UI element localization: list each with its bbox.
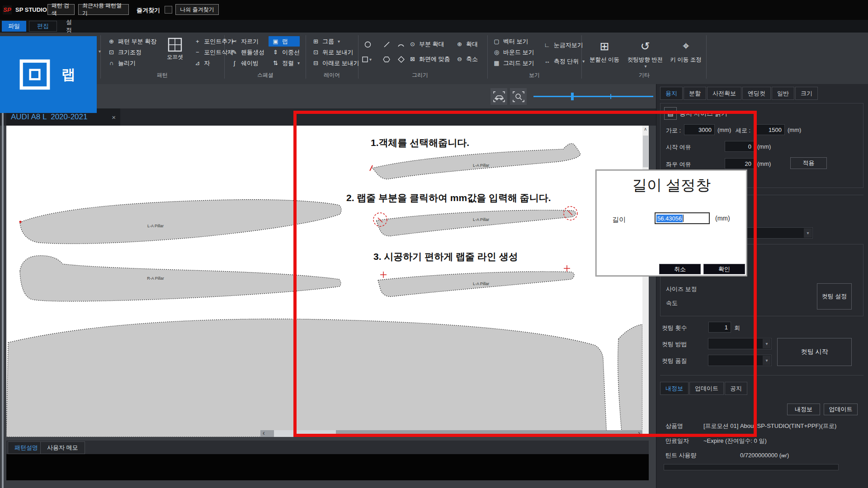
cutting-quality-dropdown[interactable]: ▾ xyxy=(708,355,772,366)
chevron-down-icon[interactable]: ▾ xyxy=(763,339,771,348)
tab-size[interactable]: 크기 xyxy=(795,87,818,100)
ribbon-item-measure-unit[interactable]: ↔측정 단위▾ xyxy=(543,56,585,66)
tab-ending-cut[interactable]: 엔딩컷 xyxy=(742,87,771,100)
hexagon-tool-icon[interactable] xyxy=(381,54,392,65)
ribbon-item-fit-screen[interactable]: ⊠화면에 맞춤 xyxy=(409,54,450,64)
cut-direction-reverse-icon: ↺ xyxy=(641,36,650,56)
ribbon-group-label-etc: 기타 xyxy=(583,71,705,79)
cutting-count-input[interactable]: 1 xyxy=(708,322,731,333)
circle-tool-icon[interactable] xyxy=(362,39,373,50)
ribbon-item-cut[interactable]: ✂자르기 xyxy=(231,36,264,47)
tab-general[interactable]: 일반 xyxy=(772,87,794,100)
fit-zoom-button[interactable] xyxy=(510,88,527,105)
rect-tool-icon[interactable]: ▾ xyxy=(361,54,373,65)
ribbon-item-double-line[interactable]: ⇕이중선 xyxy=(272,47,300,57)
horizontal-scrollbar-thumb[interactable] xyxy=(274,430,336,437)
tab-my-info[interactable]: 내정보 xyxy=(660,382,689,395)
pattern-search-button[interactable]: 패턴 검색 xyxy=(47,4,75,15)
apply-button[interactable]: 적용 xyxy=(790,157,827,169)
chevron-down-icon[interactable]: ▾ xyxy=(804,228,812,238)
cutting-method-dropdown[interactable]: ▾ xyxy=(708,338,772,349)
scroll-up-icon[interactable]: ∧ xyxy=(644,127,647,131)
expire-date-label: 만료일자 xyxy=(665,437,689,445)
tab-notice[interactable]: 공지 xyxy=(725,382,747,395)
tab-pre-reserve[interactable]: 사전확보 xyxy=(707,87,741,100)
ribbon-item-cut-direction-reverse[interactable]: ↺ 컷팅방향 반전 ▾ xyxy=(626,36,665,69)
scroll-left-icon[interactable]: ‹ xyxy=(263,430,265,436)
my-favorites-button[interactable]: 나의 즐겨찾기 xyxy=(175,4,219,15)
ribbon-item-zoom-out[interactable]: ⊖축소 xyxy=(456,54,478,64)
ribbon-item-key-move-adjust[interactable]: ⌖ 키 이동 조정 xyxy=(666,36,705,69)
scroll-right-icon[interactable]: › xyxy=(638,430,640,436)
offset-icon xyxy=(166,36,184,53)
pattern-description-area[interactable] xyxy=(6,454,649,480)
diamond-tool-icon[interactable] xyxy=(395,54,407,65)
ribbon-item-shaving[interactable]: ʃ쉐이빙 xyxy=(231,58,264,68)
ribbon-item-handle-create[interactable]: ✎핸들생성 xyxy=(231,47,264,57)
zoom-slider[interactable] xyxy=(533,96,653,97)
tab-pattern-description[interactable]: 패턴설명 xyxy=(8,441,45,454)
ribbon-item-ruler-view[interactable]: ∟눈금자보기 xyxy=(543,40,585,50)
info-tabs: 내정보 업데이트 공지 xyxy=(660,382,747,395)
ribbon-item-ruler[interactable]: ⊿자 xyxy=(193,58,233,68)
line-tool-icon[interactable] xyxy=(381,39,392,50)
ribbon-item-delete-point[interactable]: −포인트삭제 xyxy=(193,47,233,57)
tab-split[interactable]: 분할 xyxy=(684,87,706,100)
ribbon-item-pattern-expand[interactable]: ⊕패턴 부분 확장 xyxy=(108,36,156,47)
speed-label: 속도 xyxy=(666,299,678,307)
arc-tool-icon[interactable] xyxy=(395,39,407,50)
ribbon-group-pattern: ⊕패턴 부분 확장 ⊡크기조정 ∩늘리기 오프셋 +포인트추가 −포인트삭제 ⊿… xyxy=(108,36,233,68)
cutting-count-unit: 회 xyxy=(734,324,740,332)
tab-update[interactable]: 업데이트 xyxy=(689,382,724,395)
vertical-scrollbar-thumb[interactable] xyxy=(643,136,648,167)
ribbon-item-partial-zoom[interactable]: ⊙부분 확대 xyxy=(409,39,444,49)
ribbon-item-bound-view[interactable]: ◎바운드 보기 xyxy=(493,47,534,57)
ribbon-item-align[interactable]: ⇅정렬▾ xyxy=(272,58,300,68)
length-dialog: 길이 설정창 길이 56.43056 (mm) 취소 확인 xyxy=(596,170,747,276)
ribbon-group-label-special: 스페셜 xyxy=(227,71,304,79)
pattern-canvas[interactable]: 1.객체를 선택해줍니다. 2. 랩줄 부분을 클릭하여 mm값을 입력해 줍니… xyxy=(6,126,642,437)
close-icon[interactable]: × xyxy=(112,113,116,121)
chevron-down-icon[interactable]: ▾ xyxy=(763,356,771,365)
cutting-settings-button[interactable]: 컷팅 설정 xyxy=(817,283,852,310)
shape-label-ra-pillar-left: R-A Pillar xyxy=(147,276,164,281)
start-margin-input[interactable]: 0 xyxy=(725,141,755,152)
paper-size-read-button[interactable]: ▤ xyxy=(664,107,677,120)
ribbon-item-send-backward[interactable]: ⊟아래로 보내기 xyxy=(312,58,359,68)
ribbon-item-offset[interactable]: 오프셋 xyxy=(162,36,188,68)
left-splitter[interactable] xyxy=(2,113,4,488)
favorites-checkbox[interactable] xyxy=(165,6,172,14)
tab-paper[interactable]: 용지 xyxy=(660,87,683,100)
my-info-button[interactable]: 내정보 xyxy=(787,404,820,415)
ribbon-item-add-point[interactable]: +포인트추가 xyxy=(193,36,233,47)
side-margin-input[interactable]: 20 xyxy=(725,158,755,169)
ribbon-item-bring-forward[interactable]: ⊡위로 보내기 xyxy=(312,47,359,57)
ribbon-item-resize[interactable]: ⊡크기조정 xyxy=(108,47,156,57)
ribbon-item-wrap-active[interactable]: ▣랩 xyxy=(269,36,300,47)
ribbon-item-group[interactable]: ⊞그룹▾ xyxy=(312,36,359,47)
paper-height-input[interactable]: 1500 xyxy=(754,124,785,135)
ribbon-item-vector-view[interactable]: ▢벡터 보기 xyxy=(493,36,534,47)
tab-user-memo[interactable]: 사용자 메모 xyxy=(40,441,85,454)
paper-width-input[interactable]: 3000 xyxy=(684,124,715,135)
side-margin-unit: (mm) xyxy=(757,160,771,167)
ribbon-item-stretch[interactable]: ∩늘리기 xyxy=(108,58,156,68)
ribbon-item-split-line-move[interactable]: ⊞ 분할선 이동 xyxy=(585,36,624,69)
ribbon-item-grid-view[interactable]: ▦그리드 보기 xyxy=(493,58,534,68)
horizontal-scrollbar[interactable]: ‹ › xyxy=(260,430,642,437)
ribbon-item-zoom-in[interactable]: ⊕확대 xyxy=(456,39,478,49)
menu-tab-file[interactable]: 파일 xyxy=(2,21,26,32)
wrap-flyout-panel[interactable]: 랩 xyxy=(0,36,97,113)
fit-car-button[interactable] xyxy=(491,88,507,105)
cancel-button[interactable]: 취소 xyxy=(659,264,701,274)
length-input[interactable]: 56.43056 xyxy=(655,212,710,224)
cutting-start-button[interactable]: 컷팅 시작 xyxy=(777,338,852,366)
ribbon-group-special: ✂자르기 ✎핸들생성 ʃ쉐이빙 ▣랩 ⇕이중선 ⇅정렬▾ xyxy=(231,36,300,68)
menu-tab-settings[interactable]: 설정 xyxy=(60,21,82,32)
zoom-slider-handle[interactable] xyxy=(571,93,574,100)
update-button[interactable]: 업데이트 xyxy=(824,404,858,415)
recent-patterns-button[interactable]: 최근사용 패턴열기 xyxy=(78,4,129,15)
chevron-down-icon: ▾ xyxy=(582,59,585,64)
ok-button[interactable]: 확인 xyxy=(703,264,745,274)
menu-tab-edit[interactable]: 편집 xyxy=(29,21,57,32)
